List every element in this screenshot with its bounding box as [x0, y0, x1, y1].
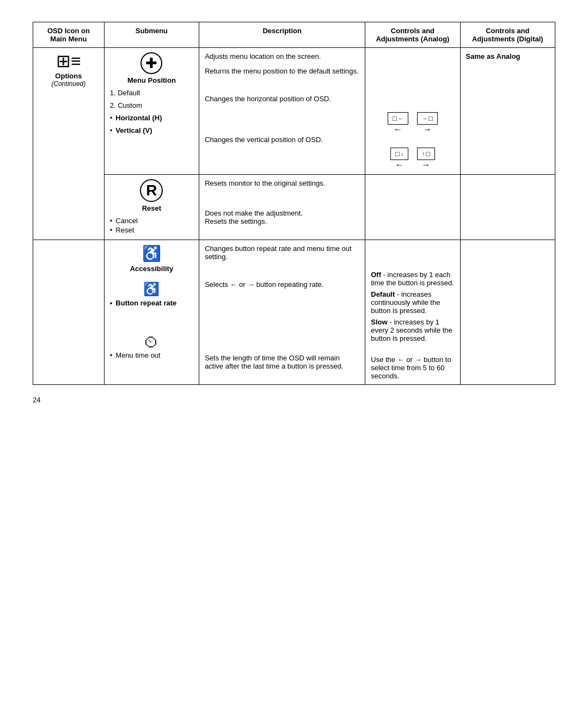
- options-icon: ⊞≡: [39, 52, 99, 70]
- analog-box-right-v: ↑□ →: [417, 148, 435, 170]
- button-repeat-desc: Selects ← or → button repeating rate.: [205, 280, 359, 289]
- vertical-label: Vertical (V): [110, 126, 193, 134]
- custom-label: 2. Custom: [110, 101, 193, 109]
- reset-label: Reset: [110, 204, 193, 212]
- default-desc: Returns the menu position to the default…: [205, 67, 359, 75]
- desc-reset: Resets monitor to the original settings.…: [199, 175, 365, 240]
- accessibility-desc-intro: Changes button repeat rate and menu time…: [205, 244, 359, 261]
- table-row-menu-position-intro: ⊞≡ Options (Continued) ✚ Menu Position 1…: [33, 48, 555, 175]
- table-row-reset: R Reset Cancel Reset Resets monitor to t…: [33, 175, 555, 240]
- osd-accessibility-cell: [33, 240, 105, 385]
- menu-timeout-analog: Use the ← or → button to select time fro…: [371, 356, 454, 380]
- accessibility-icon: ♿: [110, 244, 193, 262]
- submenu-menu-position: ✚ Menu Position 1. Default 2. Custom Hor…: [104, 48, 199, 175]
- header-submenu: Submenu: [104, 22, 199, 48]
- vertical-analog: □↓ ← ↑□ →: [371, 148, 454, 170]
- menu-timeout-label: Menu time out: [110, 351, 193, 359]
- cancel-desc: Does not make the adjustment.: [205, 209, 359, 217]
- submenu-accessibility: ♿ Accessibility ♿ Button repeat rate ⏲ M…: [104, 240, 199, 385]
- digital-menu-position: Same as Analog: [460, 48, 555, 175]
- menu-position-label: Menu Position: [110, 76, 193, 84]
- reset-desc-intro: Resets monitor to the original settings.: [205, 179, 359, 187]
- table-header: OSD Icon on Main Menu Submenu Descriptio…: [33, 22, 555, 48]
- digital-reset: [460, 175, 555, 240]
- analog-accessibility: Off - increases by 1 each time the butto…: [365, 240, 460, 385]
- header-description: Description: [199, 22, 365, 48]
- page-number: 24: [33, 396, 555, 404]
- options-continued: (Continued): [39, 80, 99, 88]
- button-repeat-icon: ♿: [143, 281, 160, 296]
- accessibility-label: Accessibility: [110, 265, 193, 273]
- table-row-accessibility: ♿ Accessibility ♿ Button repeat rate ⏲ M…: [33, 240, 555, 385]
- menu-timeout-icon: ⏲: [144, 334, 159, 351]
- horizontal-analog: □← ← →□ →: [371, 112, 454, 134]
- options-label: Options: [39, 72, 99, 80]
- header-analog: Controls and Adjustments (Analog): [365, 22, 460, 48]
- submenu-reset: R Reset Cancel Reset: [104, 175, 199, 240]
- header-digital: Controls and Adjustments (Digital): [460, 22, 555, 48]
- digital-accessibility: [460, 240, 555, 385]
- cancel-item: Cancel: [110, 217, 193, 225]
- desc-menu-position: Adjusts menu location on the screen. Ret…: [199, 48, 365, 175]
- analog-box-left-v: □↓ ←: [390, 148, 408, 170]
- analog-reset: [365, 175, 460, 240]
- menu-position-icon: ✚: [140, 52, 162, 74]
- horizontal-label: Horizontal (H): [110, 114, 193, 122]
- desc-accessibility: Changes button repeat rate and menu time…: [199, 240, 365, 385]
- analog-box-left-h: □← ←: [388, 112, 408, 134]
- analog-menu-position: □← ← →□ →: [365, 48, 460, 175]
- default-label: 1. Default: [110, 89, 193, 97]
- horizontal-desc: Changes the horizontal position of OSD.: [205, 95, 359, 103]
- menu-timeout-desc: Sets the length of time the OSD will rem…: [205, 354, 359, 370]
- reset-item: Reset: [110, 226, 193, 234]
- vertical-desc: Changes the vertical position of OSD.: [205, 136, 359, 144]
- button-repeat-label: Button repeat rate: [110, 299, 193, 307]
- button-repeat-analog: Off - increases by 1 each time the butto…: [371, 271, 454, 342]
- analog-box-right-h: →□ →: [417, 112, 438, 134]
- osd-options-cell: ⊞≡ Options (Continued): [33, 48, 105, 240]
- same-as-analog: Same as Analog: [466, 52, 549, 60]
- reset-icon: R: [140, 179, 163, 202]
- menu-position-desc-intro: Adjusts menu location on the screen.: [205, 52, 359, 60]
- reset-desc: Resets the settings.: [205, 217, 359, 225]
- header-osd: OSD Icon on Main Menu: [33, 22, 105, 48]
